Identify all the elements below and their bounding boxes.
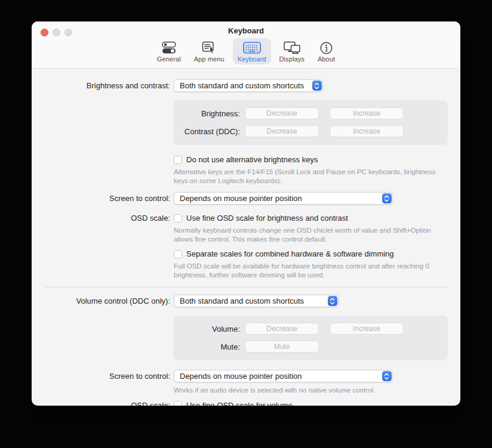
fine-osd-brightness-label: Use fine OSD scale for brightness and co…: [186, 214, 348, 223]
fine-osd-volume-checkbox[interactable]: [174, 401, 182, 406]
separate-scales-label: Separate scales for combined hardware & …: [186, 249, 394, 258]
alt-brightness-keys-row: Do not use alternative brightness keys: [32, 155, 460, 164]
app-menu-icon: [201, 41, 217, 55]
displays-icon: [283, 41, 301, 55]
preferences-window: Keyboard General: [32, 21, 460, 406]
contrast-buttons-row: Contrast (DDC): Decrease Increase: [173, 125, 448, 137]
toggles-icon: [161, 41, 177, 55]
alt-brightness-keys-help: Alternative keys are the F14/F15 (Scroll…: [174, 168, 439, 185]
section-divider: [45, 287, 448, 288]
fine-osd-volume-row: OSD scale: Use fine OSD scale for volume: [32, 401, 460, 406]
volume-shortcuts-label: Volume control (DDC only):: [32, 296, 170, 305]
brightness-screen-value: Depends on mouse pointer position: [180, 194, 302, 203]
toolbar-item-displays[interactable]: Displays: [275, 38, 309, 64]
toolbar-label-app-menu: App menu: [194, 55, 225, 63]
contrast-increase-button[interactable]: Increase: [330, 125, 404, 137]
separate-scales-row: Separate scales for combined hardware & …: [32, 249, 460, 258]
volume-shortcuts-row: Volume control (DDC only): Both standard…: [32, 295, 460, 307]
brightness-shortcuts-value: Both standard and custom shortcuts: [180, 81, 304, 90]
volume-screen-label: Screen to control:: [32, 372, 170, 381]
brightness-screen-label: Screen to control:: [32, 194, 170, 203]
toolbar-label-about: About: [318, 55, 335, 63]
chevron-up-down-icon: [328, 296, 337, 306]
separate-scales-help: Full OSD scale will be available for har…: [174, 262, 439, 279]
toolbar-item-general[interactable]: General: [152, 38, 186, 64]
fine-osd-brightness-checkbox[interactable]: [174, 214, 182, 223]
chevron-up-down-icon: [312, 81, 322, 91]
volume-screen-row: Screen to control: Depends on mouse poin…: [32, 370, 460, 382]
chevron-up-down-icon: [382, 371, 392, 381]
fine-osd-brightness-help: Normally keyboard controls change one OS…: [174, 226, 439, 243]
volume-shortcuts-value: Both standard and custom shortcuts: [180, 296, 304, 305]
chevron-up-down-icon: [382, 193, 392, 203]
brightness-buttons-row: Brightness: Decrease Increase: [173, 107, 448, 119]
minimize-button[interactable]: [53, 29, 60, 36]
fine-osd-brightness-row: OSD scale: Use fine OSD scale for bright…: [32, 214, 460, 223]
toolbar: General App menu: [32, 38, 460, 64]
osd-scale-label-volume: OSD scale:: [32, 401, 170, 406]
window-title: Keyboard: [32, 26, 460, 35]
zoom-button[interactable]: [64, 29, 72, 36]
volume-row-label: Volume:: [173, 325, 240, 333]
brightness-increase-button[interactable]: Increase: [330, 107, 404, 119]
brightness-screen-dropdown[interactable]: Depends on mouse pointer position: [174, 192, 393, 205]
brightness-screen-row: Screen to control: Depends on mouse poin…: [32, 192, 460, 205]
volume-increase-button[interactable]: Increase: [330, 323, 404, 335]
volume-screen-value: Depends on mouse pointer position: [180, 372, 302, 381]
toolbar-label-keyboard: Keyboard: [238, 55, 266, 63]
alt-brightness-keys-label: Do not use alternative brightness keys: [186, 155, 318, 164]
close-button[interactable]: [41, 29, 48, 36]
volume-decrease-button[interactable]: Decrease: [245, 323, 319, 335]
volume-shortcuts-dropdown[interactable]: Both standard and custom shortcuts: [174, 295, 339, 307]
mute-row-label: Mute:: [173, 342, 240, 351]
brightness-shortcuts-panel: Brightness: Decrease Increase Contrast (…: [173, 100, 448, 145]
brightness-shortcuts-dropdown[interactable]: Both standard and custom shortcuts: [174, 79, 323, 92]
osd-scale-label: OSD scale:: [32, 214, 170, 223]
toolbar-label-displays: Displays: [279, 55, 305, 63]
mute-buttons-row: Mute: Mute: [173, 341, 448, 353]
desktop-background: Keyboard General: [0, 0, 492, 448]
preferences-content: Brightness and contrast: Both standard a…: [32, 69, 460, 406]
contrast-decrease-button[interactable]: Decrease: [245, 125, 319, 137]
contrast-row-label: Contrast (DDC):: [173, 127, 240, 136]
toolbar-label-general: General: [157, 55, 181, 63]
titlebar: Keyboard General: [32, 21, 460, 69]
brightness-row-label: Brightness:: [173, 109, 240, 118]
brightness-shortcuts-row: Brightness and contrast: Both standard a…: [32, 79, 460, 92]
keyboard-icon: [243, 41, 261, 55]
toolbar-item-keyboard[interactable]: Keyboard: [233, 38, 271, 64]
brightness-shortcuts-label: Brightness and contrast:: [32, 81, 170, 90]
info-icon: [319, 41, 333, 55]
traffic-lights: [41, 29, 72, 36]
volume-screen-help: Works if an audio device is selected wit…: [174, 386, 439, 395]
separate-scales-checkbox[interactable]: [174, 250, 182, 258]
fine-osd-volume-label: Use fine OSD scale for volume: [186, 401, 293, 406]
volume-screen-dropdown[interactable]: Depends on mouse pointer position: [174, 370, 393, 382]
volume-buttons-row: Volume: Decrease Increase: [173, 323, 448, 335]
toolbar-item-about[interactable]: About: [313, 38, 340, 64]
toolbar-item-app-menu[interactable]: App menu: [189, 38, 229, 64]
brightness-decrease-button[interactable]: Decrease: [245, 107, 319, 119]
volume-shortcuts-panel: Volume: Decrease Increase Mute: Mute: [173, 316, 448, 360]
mute-button[interactable]: Mute: [245, 341, 319, 353]
alt-brightness-keys-checkbox[interactable]: [174, 156, 182, 164]
